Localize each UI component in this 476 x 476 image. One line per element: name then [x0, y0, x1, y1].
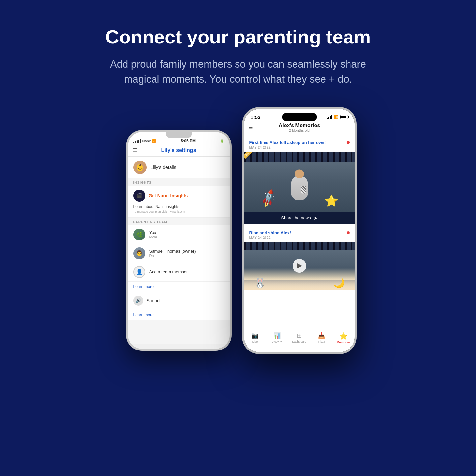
dynamic-island: [282, 113, 317, 121]
carrier-wifi: Nanit 📶: [133, 136, 156, 143]
memories-scroll[interactable]: First time Alex fell asleep on her own! …: [244, 136, 355, 329]
learn-more-1[interactable]: Learn more: [128, 282, 230, 292]
team-member-you[interactable]: 🌿 You Mom: [128, 225, 230, 244]
dashboard-icon: ⊞: [297, 332, 302, 339]
subtitle: Add proud family members so you can seam…: [93, 57, 383, 87]
activity-label: Activity: [272, 340, 282, 343]
get-nanit-insights-row[interactable]: 🎬 Get Nanit Insights Learn about Nanit i…: [128, 186, 230, 218]
menu-icon-back[interactable]: ☰: [133, 147, 137, 153]
memory-1-date: MAY 24 2022: [244, 146, 355, 152]
phone-front-header: ☰ Alex's Memories 2 Months old: [244, 121, 355, 136]
samuel-info: Samuel Thomas (owner) Dad: [149, 249, 196, 258]
memories-tab-label: Memories: [337, 341, 350, 344]
milestone-badge: MILESTONE: [244, 156, 266, 160]
live-icon: 📷: [251, 332, 259, 339]
phone-back-header-title: Lily's settings: [161, 147, 196, 153]
team-member-samuel[interactable]: 👨 Samuel Thomas (owner) Dad: [128, 244, 230, 263]
inbox-icon: 📥: [318, 332, 325, 339]
memory-1-title: First time Alex fell asleep on her own!: [249, 140, 347, 145]
tab-inbox[interactable]: 📥 Inbox: [310, 332, 332, 343]
memory-item-1: First time Alex fell asleep on her own! …: [244, 136, 355, 224]
add-team-member-row[interactable]: 👤 Add a team member: [128, 263, 230, 282]
samuel-name: Samuel Thomas (owner): [149, 249, 196, 254]
main-title: Connect your parenting team: [93, 26, 383, 47]
header-section: Connect your parenting team Add proud fa…: [80, 0, 396, 94]
tab-dashboard[interactable]: ⊞ Dashboard: [288, 332, 310, 343]
share-arrow-icon: ➤: [314, 215, 318, 221]
memories-title: Alex's Memories: [279, 123, 320, 128]
activity-icon: 📊: [273, 332, 281, 339]
you-info: You Mom: [149, 230, 157, 239]
tab-live[interactable]: 📷 Live: [244, 332, 266, 343]
you-avatar: 🌿: [133, 229, 145, 240]
phone-back-header: ☰ Lily's settings: [128, 145, 230, 157]
bottom-tab-bar: 📷 Live 📊 Activity ⊞ Dashboard 📥: [244, 329, 355, 352]
phone-front-screen: 1:53 📶: [244, 109, 355, 352]
play-button[interactable]: [293, 259, 306, 273]
page-wrapper: Connect your parenting team Add proud fa…: [0, 0, 476, 476]
memory-2-dot: [347, 231, 350, 234]
you-role: Mom: [149, 235, 157, 239]
phone-back: Nanit 📶 5:05 PM 🔋 ☰ Lily's settings: [126, 130, 232, 351]
share-news-bar[interactable]: Share the news ➤: [244, 212, 355, 224]
tab-memories[interactable]: ⭐ Memories: [332, 332, 354, 344]
memory-2-title: Rise and shine Alex!: [249, 230, 347, 235]
dashboard-label: Dashboard: [292, 340, 306, 343]
add-member-icon: 👤: [133, 266, 145, 278]
samuel-role: Dad: [149, 254, 196, 258]
lillys-details-label: Lilly's details: [151, 165, 176, 170]
you-name: You: [149, 230, 157, 235]
menu-icon-front[interactable]: ☰: [249, 125, 253, 130]
tab-activity[interactable]: 📊 Activity: [266, 332, 288, 343]
learn-about-insights: Learn about Nanit insights: [133, 204, 224, 209]
sound-label: Sound: [147, 298, 160, 303]
insights-icon: 🎬: [133, 190, 145, 202]
lillys-details-row[interactable]: 👶 Lilly's details: [128, 157, 230, 178]
memory-1-image: 🚀 ⭐ MILESTONE Share the news: [244, 152, 355, 224]
memories-icon: ⭐: [339, 332, 348, 340]
memory-2-image: 🐰 🌙: [244, 242, 355, 290]
memory-item-2: Rise and shine Alex! MAY 24 2022: [244, 226, 355, 290]
lilly-avatar: 👶: [133, 161, 147, 174]
phones-container: Nanit 📶 5:05 PM 🔋 ☰ Lily's settings: [120, 107, 357, 377]
wifi-icon: 📶: [152, 139, 156, 143]
insights-section-header: INSIGHTS: [128, 178, 230, 186]
baby-figure: [291, 175, 308, 200]
parenting-team-header: PARENTING TEAM: [128, 218, 230, 225]
phone-back-status-bar: Nanit 📶 5:05 PM 🔋: [128, 132, 230, 145]
learn-more-2[interactable]: Learn more: [128, 310, 230, 320]
live-label: Live: [252, 340, 258, 343]
inbox-label: Inbox: [318, 340, 325, 343]
star-icon: ⭐: [324, 194, 338, 207]
carrier-text: Nanit: [142, 139, 151, 143]
phone-front: 1:53 📶: [242, 107, 357, 354]
sound-icon-circle: 🔊: [133, 296, 143, 306]
front-header-titles: Alex's Memories 2 Months old: [279, 123, 320, 132]
memory-1-dot: [347, 141, 350, 144]
share-news-text: Share the news: [281, 215, 311, 220]
front-status-icons: 📶: [327, 115, 348, 119]
sound-row[interactable]: 🔊 Sound: [128, 292, 230, 310]
months-old: 2 Months old: [279, 128, 320, 132]
front-time: 1:53: [251, 114, 261, 120]
settings-content[interactable]: 👶 Lilly's details INSIGHTS 🎬 Get Nanit I…: [128, 157, 230, 344]
manage-plan-note: To manage your plan visit my.nanit.com: [133, 210, 224, 213]
memory-2-date: MAY 24 2022: [244, 236, 355, 242]
get-nanit-insights-label[interactable]: Get Nanit Insights: [149, 193, 188, 198]
samuel-avatar: 👨: [133, 247, 145, 259]
battery-area: 🔋: [220, 136, 224, 143]
add-team-member-label: Add a team member: [149, 269, 188, 274]
